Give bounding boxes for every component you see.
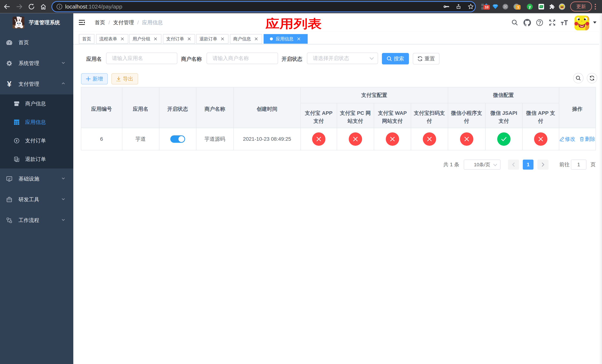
svg-text:¥: ¥ — [16, 139, 18, 143]
